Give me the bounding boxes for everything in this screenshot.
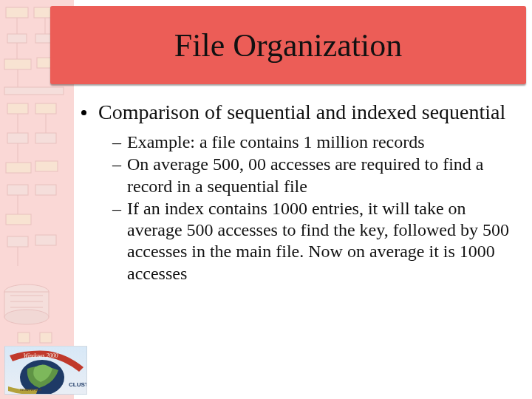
svg-rect-5 bbox=[7, 34, 27, 43]
logo-top-label: Windows 2000 bbox=[24, 352, 58, 359]
svg-rect-21 bbox=[7, 185, 28, 195]
dash-icon: – bbox=[112, 132, 121, 153]
logo-bottom-label: solaris 2.x bbox=[20, 386, 42, 392]
svg-rect-8 bbox=[4, 59, 31, 69]
svg-rect-1 bbox=[6, 7, 28, 18]
sub-bullet-text: Example: a file contains 1 million recor… bbox=[127, 132, 425, 153]
title-bar: File Organization bbox=[50, 6, 526, 84]
svg-rect-13 bbox=[35, 103, 56, 114]
dash-icon: – bbox=[112, 198, 121, 219]
bullet-item: Comparison of sequential and indexed seq… bbox=[81, 100, 517, 124]
svg-point-30 bbox=[4, 310, 49, 324]
svg-rect-34 bbox=[18, 332, 30, 343]
svg-rect-12 bbox=[7, 103, 28, 114]
logo-right-label: CLUSTER bbox=[69, 381, 87, 388]
svg-rect-20 bbox=[35, 161, 58, 171]
globe-cluster-icon: Windows 2000 solaris 2.x CLUSTER bbox=[5, 347, 87, 395]
svg-rect-16 bbox=[7, 133, 28, 143]
sub-bullet-item: – If an index contains 1000 entries, it … bbox=[112, 198, 517, 284]
corner-logo: Windows 2000 solaris 2.x CLUSTER bbox=[4, 346, 87, 395]
bullet-dot-icon bbox=[81, 110, 86, 115]
sub-bullet-item: – On average 500, 00 accesses are requir… bbox=[112, 154, 517, 197]
slide-title: File Organization bbox=[174, 27, 402, 64]
svg-rect-26 bbox=[35, 235, 56, 245]
sub-bullet-item: – Example: a file contains 1 million rec… bbox=[112, 132, 517, 153]
svg-rect-24 bbox=[6, 214, 31, 225]
svg-rect-17 bbox=[35, 133, 56, 143]
dash-icon: – bbox=[112, 154, 121, 175]
slide-content: Comparison of sequential and indexed seq… bbox=[81, 100, 517, 285]
sub-bullet-text: If an index contains 1000 entries, it wi… bbox=[127, 198, 517, 284]
svg-rect-25 bbox=[7, 236, 28, 247]
bullet-text: Comparison of sequential and indexed seq… bbox=[98, 100, 505, 124]
svg-rect-22 bbox=[35, 185, 56, 195]
svg-rect-35 bbox=[40, 332, 52, 343]
sub-bullet-text: On average 500, 00 accesses are required… bbox=[127, 154, 517, 197]
svg-rect-11 bbox=[4, 87, 64, 95]
svg-rect-19 bbox=[6, 163, 31, 173]
sub-bullet-list: – Example: a file contains 1 million rec… bbox=[112, 132, 517, 284]
